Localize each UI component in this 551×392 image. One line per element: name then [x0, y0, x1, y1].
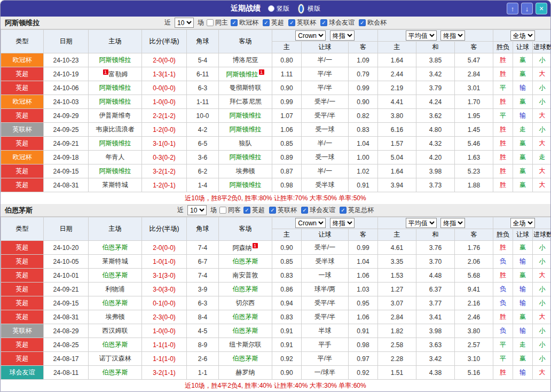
team-link[interactable]: 阿斯顿维拉	[99, 167, 131, 175]
recent-results-panel: 近期战绩 竖版 横版 ↑ ↓ × 阿斯顿维拉 近 10	[0, 0, 551, 392]
team-link[interactable]: 赫罗纳	[236, 369, 255, 376]
layout-vertical-radio[interactable]: 竖版	[268, 4, 289, 14]
league-checkbox[interactable]: ✓英联杯	[269, 206, 297, 215]
odds-away: 1.09	[349, 53, 378, 67]
league-checkbox[interactable]: ✓欧冠杯	[231, 18, 258, 27]
team-link[interactable]: 利物浦	[106, 285, 125, 293]
col-away: 客场	[219, 30, 272, 53]
team-link[interactable]: 伯恩茅斯	[233, 313, 258, 320]
team-link[interactable]: 阿斯顿维拉	[230, 112, 262, 119]
col-odds-handicap: 让球	[302, 42, 349, 53]
team-link[interactable]: 切尔西	[236, 299, 255, 307]
team-link[interactable]: 埃弗顿	[106, 313, 125, 320]
avg-away: 1.70	[455, 95, 493, 109]
team-cell: 狼队	[219, 137, 272, 151]
odds-handicap: 球半/两	[302, 283, 349, 296]
league-checkbox[interactable]: ✓英联杯	[288, 18, 316, 27]
league-badge: 英超	[1, 310, 44, 324]
odds-stage-select[interactable]: 终指	[330, 30, 355, 41]
move-down-button[interactable]: ↓	[521, 3, 533, 14]
result-goals: 小	[533, 338, 550, 352]
match-count-select[interactable]: 10	[187, 205, 207, 215]
team-link[interactable]: 伯恩茅斯	[233, 327, 258, 334]
avg-stage-select[interactable]: 终指	[440, 30, 465, 41]
radio-icon	[298, 4, 304, 14]
team-cell: 纽卡斯尔联	[219, 338, 272, 352]
team-link[interactable]: 伯恩茅斯	[103, 369, 128, 376]
league-checkbox[interactable]: ✓英足总杯	[340, 206, 374, 215]
match-date: 24-09-21	[44, 137, 89, 151]
team-link[interactable]: 狼队	[239, 139, 252, 147]
layout-horizontal-radio[interactable]: 横版	[297, 4, 320, 14]
title-bar: 近期战绩 竖版 横版 ↑ ↓ ×	[1, 1, 550, 17]
league-checkbox[interactable]: ✓欧会杯	[359, 18, 387, 27]
team-link[interactable]: 阿森纳	[233, 244, 252, 252]
team-link[interactable]: 诺丁汉森林	[99, 355, 131, 362]
league-checkbox[interactable]: ✓英超	[243, 206, 265, 215]
avg-stage-select[interactable]: 终指	[440, 218, 465, 228]
corner-count: 10-0	[187, 109, 219, 123]
odds-company-select[interactable]: Crown	[295, 30, 326, 41]
team-link[interactable]: 伯恩茅斯	[233, 355, 258, 362]
team-cell: 阿斯顿维拉	[89, 164, 142, 178]
col-odds-away: 客	[349, 229, 378, 241]
team-link[interactable]: 博洛尼亚	[233, 56, 258, 64]
match-date: 24-09-15	[44, 164, 89, 178]
team-link[interactable]: 伯恩茅斯	[103, 244, 128, 251]
result-handicap: 赢	[513, 310, 533, 324]
team-link[interactable]: 伯恩茅斯	[103, 341, 128, 348]
team-link[interactable]: 阿斯顿维拉	[230, 153, 262, 161]
team-link[interactable]: 韦康比流浪者	[96, 126, 135, 133]
team-link[interactable]: 伯恩茅斯	[103, 271, 128, 279]
corner-count: 3-9	[187, 283, 219, 296]
team-link[interactable]: 埃弗顿	[236, 167, 255, 175]
team-link[interactable]: 年青人	[106, 153, 125, 161]
team-link[interactable]: 曼彻斯特联	[230, 84, 262, 91]
team-link[interactable]: 伊普斯维奇	[99, 112, 131, 119]
corner-count: 1-1	[187, 366, 219, 380]
same-venue-checkbox[interactable]: 同客	[219, 206, 241, 215]
avg-draw: 6.37	[416, 283, 455, 296]
col-away: 客场	[219, 217, 272, 241]
team-link[interactable]: 伯恩茅斯	[233, 257, 258, 265]
match-scope-select[interactable]: 全场	[510, 218, 535, 228]
match-scope-select[interactable]: 全场	[510, 30, 535, 41]
league-checkbox[interactable]: ✓球会友谊	[320, 18, 355, 27]
team-link[interactable]: 富勒姆	[109, 70, 128, 78]
result-handicap: 输	[513, 255, 533, 269]
avg-type-select[interactable]: 平均值	[406, 218, 437, 228]
league-checkbox-label: 欧会杯	[367, 18, 387, 27]
odds-stage-select[interactable]: 终指	[330, 218, 355, 228]
team-link[interactable]: 纽卡斯尔联	[230, 341, 262, 348]
col-avg-away: 客	[455, 42, 493, 53]
team-link[interactable]: 莱斯特城	[103, 257, 128, 265]
team-link[interactable]: 南安普敦	[233, 271, 258, 279]
avg-draw: 3.42	[416, 352, 455, 366]
team-link[interactable]: 莱斯特城	[103, 181, 128, 189]
league-checkbox[interactable]: ✓球会友谊	[301, 206, 335, 215]
team-link[interactable]: 伯恩茅斯	[233, 285, 258, 293]
league-checkbox[interactable]: ✓英超	[263, 18, 284, 27]
close-button[interactable]: ×	[536, 3, 547, 14]
same-venue-checkbox[interactable]: 同主	[207, 18, 228, 27]
team-cell: 西汉姆联	[89, 324, 142, 338]
team-link[interactable]: 阿斯顿维拉	[226, 70, 258, 78]
team-link[interactable]: 阿斯顿维拉	[230, 126, 262, 133]
team-link[interactable]: 阿斯顿维拉	[99, 98, 131, 105]
team-link[interactable]: 阿斯顿维拉	[99, 84, 131, 91]
team-link[interactable]: 阿斯顿维拉	[99, 139, 131, 147]
match-row: 英超24-09-15伯恩茅斯0-1(0-0)6-3切尔西0.94受平/半0.95…	[1, 296, 551, 310]
odds-company-select[interactable]: Crown	[295, 218, 326, 228]
team-link[interactable]: 阿斯顿维拉	[99, 56, 131, 64]
team-link[interactable]: 伯恩茅斯	[103, 299, 128, 307]
avg-type-select[interactable]: 平均值	[406, 30, 437, 41]
team-link[interactable]: 西汉姆联	[103, 327, 128, 334]
match-count-select[interactable]: 10	[175, 18, 194, 28]
team-link[interactable]: 拜仁慕尼黑	[230, 98, 262, 105]
result-handicap: 赢	[513, 137, 533, 151]
up-arrow-icon: ↑	[511, 5, 515, 13]
odds-home: 0.85	[272, 255, 302, 269]
col-home: 主场	[89, 30, 142, 53]
move-up-button[interactable]: ↑	[507, 3, 518, 14]
team-link[interactable]: 阿斯顿维拉	[230, 181, 262, 189]
